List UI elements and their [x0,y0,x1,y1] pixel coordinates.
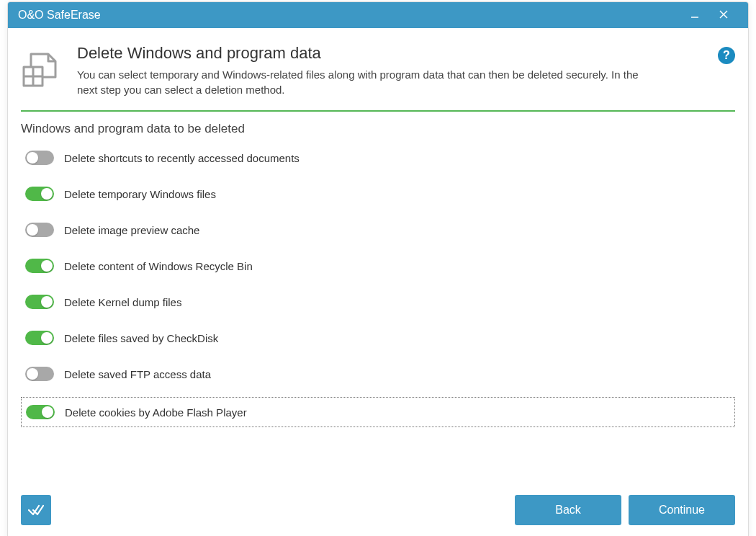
option-row: Delete content of Windows Recycle Bin [21,253,735,279]
close-button[interactable] [709,2,738,28]
option-row: Delete Kernel dump files [21,289,735,315]
option-toggle[interactable] [25,187,54,201]
option-toggle[interactable] [25,259,54,273]
option-row: Delete temporary Windows files [21,181,735,207]
option-toggle[interactable] [25,151,54,165]
continue-button[interactable]: Continue [629,495,735,525]
options-list: Delete shortcuts to recently accessed do… [21,145,735,427]
toggle-knob [42,406,53,418]
option-toggle[interactable] [25,295,54,309]
header-text: Delete Windows and program data You can … [77,44,718,97]
option-label: Delete Kernel dump files [64,296,181,308]
option-row: Delete files saved by CheckDisk [21,325,735,351]
toggle-knob [27,152,38,164]
page-title: Delete Windows and program data [77,44,718,63]
option-toggle[interactable] [25,223,54,237]
option-label: Delete image preview cache [64,224,199,236]
option-label: Delete cookies by Adobe Flash Player [65,406,247,419]
toggle-knob [41,188,53,200]
select-all-button[interactable] [21,495,51,525]
titlebar: O&O SafeErase [8,2,748,28]
page-icon [21,47,64,93]
section-title: Windows and program data to be deleted [21,122,735,136]
option-toggle[interactable] [25,331,54,345]
toggle-knob [27,224,38,236]
option-row: Delete shortcuts to recently accessed do… [21,145,735,171]
back-button[interactable]: Back [515,495,621,525]
page-body: Delete Windows and program data You can … [8,28,748,536]
option-label: Delete files saved by CheckDisk [64,332,218,344]
page-description: You can select temporary and Windows-rel… [77,67,653,97]
page-header: Delete Windows and program data You can … [21,28,735,112]
option-row: Delete image preview cache [21,217,735,243]
option-toggle[interactable] [26,405,55,419]
option-row: Delete saved FTP access data [21,361,735,387]
toggle-knob [27,368,38,380]
toggle-knob [41,332,53,344]
window-title: O&O SafeErase [18,9,680,22]
option-label: Delete saved FTP access data [64,368,211,380]
option-label: Delete temporary Windows files [64,188,216,200]
option-toggle[interactable] [25,367,54,381]
help-icon[interactable]: ? [718,47,735,64]
app-window: O&O SafeErase Delete [7,1,749,536]
option-row: Delete cookies by Adobe Flash Player [21,397,735,427]
toggle-knob [41,296,53,308]
toggle-knob [41,260,53,272]
option-label: Delete content of Windows Recycle Bin [64,260,253,272]
option-label: Delete shortcuts to recently accessed do… [64,152,300,164]
minimize-button[interactable] [680,2,709,28]
footer: Back Continue [21,437,735,525]
